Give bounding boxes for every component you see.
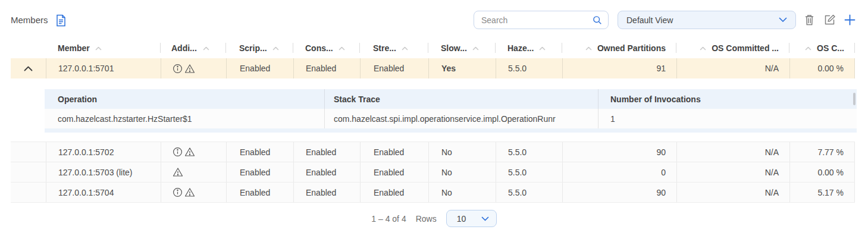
member-address: 127.0.0.1:5702 — [46, 142, 161, 162]
slow-operations-cell: Yes — [428, 58, 496, 78]
column-header-additional[interactable]: Addi... — [161, 38, 226, 58]
edit-view-button[interactable] — [823, 13, 836, 27]
delete-view-button[interactable] — [803, 13, 816, 27]
column-header-owned-partitions[interactable]: Owned Partitions — [562, 38, 676, 58]
column-label: OS Committed ... — [712, 43, 779, 53]
subtable-column-invocations: Number of Invocations — [598, 89, 857, 109]
warning-icon[interactable] — [184, 147, 196, 157]
console-cell: Enabled — [293, 162, 360, 182]
slow-operations-cell: No — [428, 162, 496, 182]
owned-partitions-cell: 90 — [562, 142, 676, 162]
column-header-scripting[interactable]: Scrip... — [226, 38, 293, 58]
table-row-expanded[interactable]: 127.0.0.1:5701 Enabled Enabled Enabled Y… — [11, 58, 855, 78]
scripting-cell: Enabled — [226, 183, 293, 202]
view-select[interactable]: Default View — [618, 11, 796, 29]
rows-per-page-label: Rows — [416, 214, 437, 224]
version-cell: 5.5.0 — [496, 162, 562, 182]
streaming-cell: Enabled — [360, 183, 428, 202]
chevron-down-icon — [481, 216, 489, 221]
column-label: Owned Partitions — [597, 43, 666, 53]
column-header-streaming[interactable]: Stre... — [360, 38, 428, 58]
column-label: Haze... — [507, 43, 534, 53]
additional-info-cell — [161, 58, 226, 78]
column-label: Cons... — [305, 43, 333, 53]
os-committed-cell: N/A — [676, 58, 789, 78]
column-label: Addi... — [171, 43, 197, 53]
collapse-row-button[interactable] — [11, 66, 46, 71]
scripting-cell: Enabled — [226, 58, 293, 78]
column-header-os-committed[interactable]: OS Committed ... — [676, 38, 789, 58]
version-cell: 5.5.0 — [496, 183, 562, 202]
sort-asc-icon — [95, 46, 102, 51]
column-label: OS C... — [817, 43, 844, 53]
console-cell: Enabled — [293, 142, 360, 162]
subtable-scrollbar-thumb[interactable] — [853, 93, 856, 105]
column-header-expander — [11, 38, 46, 58]
sort-asc-icon — [272, 46, 279, 51]
info-icon[interactable] — [172, 64, 183, 74]
column-label: Stre... — [373, 43, 396, 53]
table-row[interactable]: 127.0.0.1:5702 Enabled Enabled Enabled N… — [11, 142, 855, 162]
column-header-slow-operations[interactable]: Slow... — [428, 38, 496, 58]
table-body: 127.0.0.1:5702 Enabled Enabled Enabled N… — [11, 141, 855, 203]
info-icon[interactable] — [172, 147, 183, 157]
scripting-cell: Enabled — [226, 142, 293, 162]
info-icon[interactable] — [172, 187, 183, 197]
search-input[interactable] — [474, 11, 609, 29]
os-cpu-cell: 0.00 % — [789, 58, 855, 78]
column-label: Slow... — [441, 43, 467, 53]
version-cell: 5.5.0 — [496, 58, 562, 78]
view-select-value: Default View — [626, 15, 673, 25]
invocations-cell: 1 — [598, 109, 857, 128]
column-header-os-cpu[interactable]: OS C... — [789, 38, 855, 58]
column-header-console[interactable]: Cons... — [293, 38, 360, 58]
page-title: Members — [11, 13, 67, 27]
os-cpu-cell: 5.17 % — [789, 183, 855, 202]
sort-asc-icon — [339, 46, 345, 51]
rows-per-page-value: 10 — [457, 214, 466, 224]
stack-trace-cell: com.hazelcast.spi.impl.operationservice.… — [324, 109, 598, 128]
column-header-member[interactable]: Member — [46, 38, 161, 58]
os-committed-cell: N/A — [676, 162, 789, 182]
owned-partitions-cell: 90 — [562, 183, 676, 202]
column-header-hazelcast-version[interactable]: Haze... — [496, 38, 562, 58]
version-cell: 5.5.0 — [496, 142, 562, 162]
additional-info-cell — [161, 183, 226, 202]
page-title-label: Members — [11, 15, 48, 25]
subtable-row[interactable]: com.hazelcast.hzstarter.HzStarter$1 com.… — [45, 109, 857, 128]
member-address: 127.0.0.1:5701 — [46, 58, 161, 78]
plus-icon — [844, 14, 856, 26]
sort-asc-icon — [539, 46, 546, 51]
os-committed-cell: N/A — [676, 183, 789, 202]
table-header-row: Member Addi... Scrip... Cons... Stre... … — [11, 38, 855, 58]
operation-cell: com.hazelcast.hzstarter.HzStarter$1 — [45, 109, 324, 128]
rows-per-page-select[interactable]: 10 — [446, 210, 497, 227]
streaming-cell: Enabled — [360, 162, 428, 182]
owned-partitions-cell: 0 — [562, 162, 676, 182]
os-cpu-cell: 0.00 % — [789, 162, 855, 182]
warning-icon[interactable] — [184, 64, 196, 74]
edit-icon — [823, 14, 836, 26]
table-row[interactable]: 127.0.0.1:5704 Enabled Enabled Enabled N… — [11, 183, 855, 203]
additional-info-cell — [161, 142, 226, 162]
scripting-cell: Enabled — [226, 162, 293, 182]
warning-icon[interactable] — [184, 187, 196, 197]
add-view-button[interactable] — [843, 13, 857, 27]
subtable-header-row: Operation Stack Trace Number of Invocati… — [45, 89, 857, 109]
slow-operations-cell: No — [428, 183, 496, 202]
column-label: Scrip... — [239, 43, 267, 53]
member-address: 127.0.0.1:5703 (lite) — [46, 162, 161, 182]
sort-asc-icon — [700, 46, 706, 51]
table-row[interactable]: 127.0.0.1:5703 (lite) Enabled Enabled En… — [11, 162, 855, 183]
sort-asc-icon — [472, 46, 479, 51]
member-address: 127.0.0.1:5704 — [46, 183, 161, 202]
streaming-cell: Enabled — [360, 58, 428, 78]
document-icon[interactable] — [55, 14, 67, 27]
search-icon[interactable] — [593, 15, 602, 25]
warning-icon[interactable] — [172, 167, 184, 177]
sort-asc-icon — [585, 46, 592, 51]
additional-info-cell — [161, 162, 226, 182]
os-committed-cell: N/A — [676, 142, 789, 162]
subtable-column-operation: Operation — [45, 89, 324, 109]
pagination: 1 – 4 of 4 Rows 10 — [0, 209, 868, 228]
